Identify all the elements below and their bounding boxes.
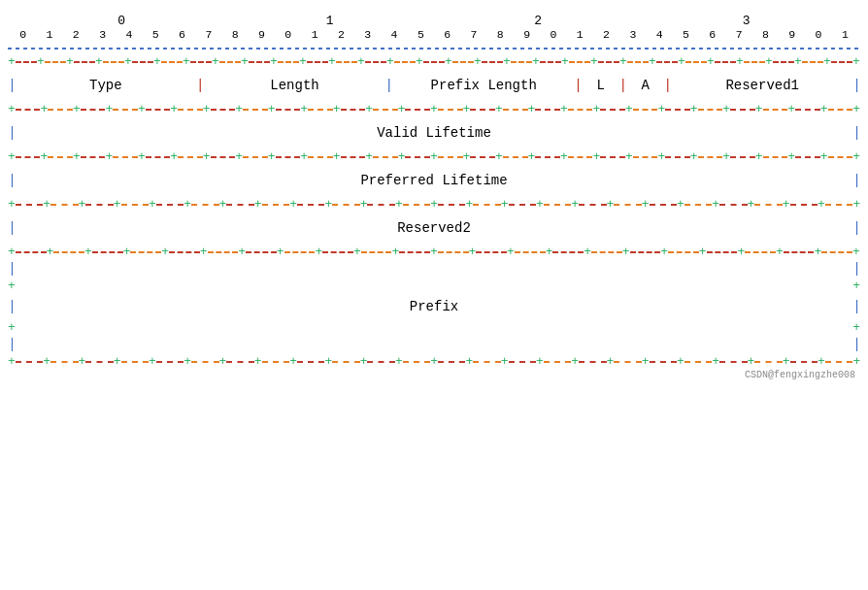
octet-2: 2	[434, 14, 643, 28]
valid-lifetime-field: Valid Lifetime	[16, 125, 852, 141]
reserved2-field: Reserved2	[16, 220, 852, 236]
bit-24: 4	[647, 28, 673, 41]
a-divider: |	[663, 78, 672, 94]
type-divider: |	[196, 78, 205, 94]
separator-bottom: + + + + + + + + + + + + + + + + + + +	[8, 355, 860, 368]
octet-1: 1	[226, 14, 435, 28]
prefix-length-field: Prefix Length	[393, 78, 574, 93]
separator-2: + + + + + + + + + + + + + + + + + + +	[8, 103, 860, 115]
bit-23: 3	[619, 28, 646, 41]
length-field: Length	[205, 78, 385, 93]
bit-27: 7	[725, 28, 751, 41]
octet-labels-row: 0 1 2 3	[8, 10, 860, 28]
bit-0: 0	[10, 28, 36, 41]
bit-4: 4	[116, 28, 142, 41]
left-border-3: |	[8, 173, 16, 189]
prefix-field: Prefix	[16, 299, 852, 314]
bit-31: 1	[832, 28, 858, 41]
bit-12: 2	[328, 28, 354, 41]
bit-28: 8	[752, 28, 779, 41]
bit-1: 1	[36, 28, 62, 41]
bit-14: 4	[381, 28, 407, 41]
bit-3: 3	[89, 28, 116, 41]
watermark-text: CSDN@fengxingzhe008	[745, 370, 855, 380]
prefix-row-label: | Prefix |	[8, 292, 860, 321]
bit-17: 7	[460, 28, 486, 41]
separator-4: + + + + + + + + + + + + + + + + + + +	[8, 198, 860, 211]
watermark-area: CSDN@fengxingzhe008	[8, 370, 860, 380]
bit-7: 7	[195, 28, 221, 41]
octet-3: 3	[643, 14, 851, 28]
top-separator	[8, 42, 860, 55]
separator-5: + + + + + + + + + + + + + + + + + + +	[8, 246, 860, 258]
bit-26: 6	[699, 28, 725, 41]
left-border-1: |	[8, 78, 16, 94]
reserved1-field: Reserved1	[672, 78, 852, 93]
l-divider: |	[618, 78, 627, 94]
field-row-4: | Reserved2 |	[8, 211, 860, 246]
octet-0: 0	[17, 14, 226, 28]
bit-9: 9	[249, 28, 275, 41]
bit-18: 8	[487, 28, 514, 41]
bit-15: 5	[408, 28, 434, 41]
prefix-row-bottom: | |	[8, 334, 860, 355]
right-border-1: |	[852, 78, 860, 94]
right-border-4: |	[852, 220, 860, 237]
bit-10: 0	[275, 28, 301, 41]
bit-19: 9	[514, 28, 540, 41]
bit-5: 5	[143, 28, 169, 41]
prefix-row-top-1: | |	[8, 258, 860, 279]
bit-numbers-row: 0 1 2 3 4 5 6 7 8 9 0 1 2 3 4 5 6 7 8 9 …	[8, 28, 860, 41]
bit-22: 2	[593, 28, 619, 41]
field-row-3: | Preferred Lifetime |	[8, 163, 860, 198]
right-border-2: |	[852, 125, 860, 142]
separator-1: + + + + + + + + + + + + + + + + + + +	[8, 55, 860, 68]
bit-21: 1	[567, 28, 593, 41]
diagram-container: 0 1 2 3 0 1 2 3 4 5 6 7 8 9 0 1 2 3 4 5 …	[0, 0, 868, 390]
bit-13: 3	[354, 28, 381, 41]
left-border-2: |	[8, 125, 16, 142]
bit-30: 0	[805, 28, 831, 41]
bit-8: 8	[222, 28, 249, 41]
bit-20: 0	[540, 28, 566, 41]
prefix-mid-sep-2: + +	[8, 321, 860, 334]
top-sep-svg	[8, 42, 860, 55]
bit-2: 2	[63, 28, 89, 41]
bit-25: 5	[673, 28, 699, 41]
bit-29: 9	[779, 28, 805, 41]
bit-11: 1	[301, 28, 327, 41]
prefix-mid-sep-1: + +	[8, 279, 860, 292]
a-field: A	[627, 78, 663, 93]
type-field: Type	[16, 78, 196, 93]
length-divider: |	[384, 78, 393, 94]
separator-3: + + + + + + + + + + + + + + + + + + +	[8, 150, 860, 163]
preferred-lifetime-field: Preferred Lifetime	[16, 173, 852, 188]
bit-16: 6	[434, 28, 460, 41]
l-field: L	[583, 78, 618, 93]
right-border-3: |	[852, 173, 860, 189]
bit-6: 6	[169, 28, 195, 41]
pl-divider: |	[574, 78, 583, 94]
field-row-1: | Type | Length | Prefix Length | L | A …	[8, 68, 860, 103]
left-border-4: |	[8, 220, 16, 237]
field-row-2: | Valid Lifetime |	[8, 115, 860, 150]
